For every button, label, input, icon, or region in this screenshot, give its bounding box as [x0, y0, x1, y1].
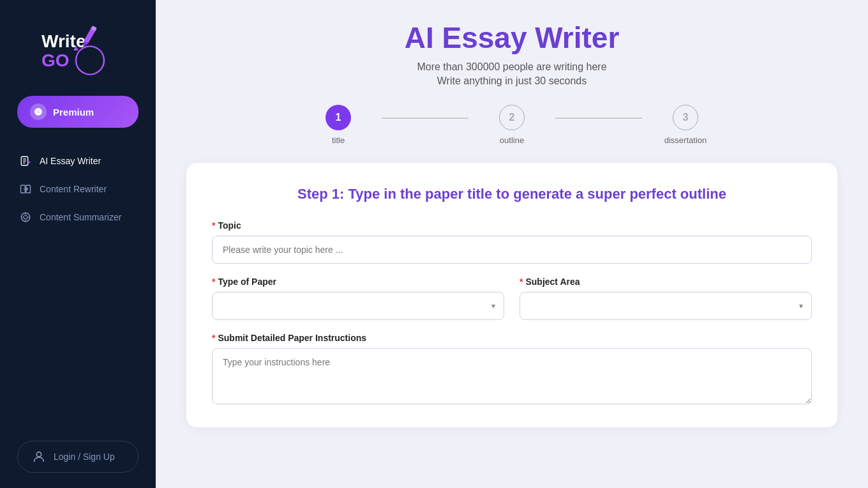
svg-text:GO: GO — [41, 50, 70, 70]
login-label: Login / Sign Up — [54, 452, 115, 462]
step-line-2 — [555, 118, 642, 119]
step-1: 1 title — [295, 105, 382, 145]
form-card: Step 1: Type in the paper title to gener… — [186, 163, 837, 427]
step-3-label: dissertation — [664, 135, 707, 145]
sidebar-item-content-summarizer[interactable]: Content Summarizer — [10, 204, 146, 230]
subject-area-field: * Subject Area ▾ — [520, 277, 812, 320]
step-1-label: title — [332, 135, 345, 145]
sidebar-item-label: Content Rewriter — [40, 184, 107, 194]
type-of-paper-field: * Type of Paper ▾ — [212, 277, 504, 320]
type-of-paper-label: * Type of Paper — [212, 277, 504, 287]
logo-area: Write GO — [0, 0, 156, 96]
sidebar-item-label: AI Essay Writer — [40, 156, 101, 166]
premium-label: Premium — [53, 107, 94, 118]
step-1-circle: 1 — [326, 105, 351, 130]
svg-point-15 — [36, 452, 41, 457]
svg-text:Write: Write — [41, 31, 86, 51]
instructions-field: * Submit Detailed Paper Instructions — [212, 333, 812, 407]
subtitle-1: More than 300000 people are writing here — [417, 61, 606, 73]
sidebar-item-ai-essay-writer[interactable]: AI Essay Writer — [10, 148, 146, 174]
subject-area-label: * Subject Area — [520, 277, 812, 287]
instructions-label: * Submit Detailed Paper Instructions — [212, 333, 812, 343]
type-of-paper-select[interactable] — [212, 292, 504, 320]
content-rewriter-icon — [19, 183, 32, 195]
sidebar-item-content-rewriter[interactable]: Content Rewriter — [10, 176, 146, 202]
form-step-title: Step 1: Type in the paper title to gener… — [212, 186, 812, 202]
step-3: 3 dissertation — [642, 105, 729, 145]
instructions-required: * — [212, 333, 215, 343]
type-of-paper-wrapper: ▾ — [212, 292, 504, 320]
topic-input[interactable] — [212, 236, 812, 264]
type-required: * — [212, 277, 215, 287]
topic-field: * Topic — [212, 220, 812, 277]
subject-area-select[interactable] — [520, 292, 812, 320]
step-2: 2 outline — [468, 105, 555, 145]
subtitle-2: Write anything in just 30 seconds — [437, 75, 587, 87]
svg-point-14 — [24, 215, 27, 219]
content-summarizer-icon — [19, 211, 32, 224]
essay-writer-icon — [19, 155, 32, 167]
step-line-1 — [382, 118, 468, 119]
logo-icon: Write GO — [36, 20, 119, 78]
login-button[interactable]: Login / Sign Up — [17, 441, 138, 473]
main-content: AI Essay Writer More than 300000 people … — [156, 0, 868, 488]
stepper: 1 title 2 outline 3 dissertation — [295, 105, 729, 145]
sidebar-bottom: Login / Sign Up — [0, 441, 156, 473]
login-icon — [31, 448, 47, 465]
page-title: AI Essay Writer — [405, 20, 620, 55]
two-col-row: * Type of Paper ▾ * Subject Area — [212, 277, 812, 320]
premium-button[interactable]: Premium — [17, 96, 138, 128]
premium-icon — [30, 103, 47, 120]
subject-area-wrapper: ▾ — [520, 292, 812, 320]
sidebar-item-label: Content Summarizer — [40, 212, 121, 222]
sidebar-nav: AI Essay Writer Content Rewriter — [0, 148, 156, 230]
step-2-circle: 2 — [499, 105, 525, 130]
step-3-circle: 3 — [673, 105, 698, 130]
instructions-textarea[interactable] — [212, 348, 812, 404]
topic-required: * — [212, 220, 215, 231]
topic-label: * Topic — [212, 220, 812, 231]
step-2-label: outline — [500, 135, 524, 145]
subject-required: * — [520, 277, 523, 287]
sidebar: Write GO Premium — [0, 0, 156, 488]
